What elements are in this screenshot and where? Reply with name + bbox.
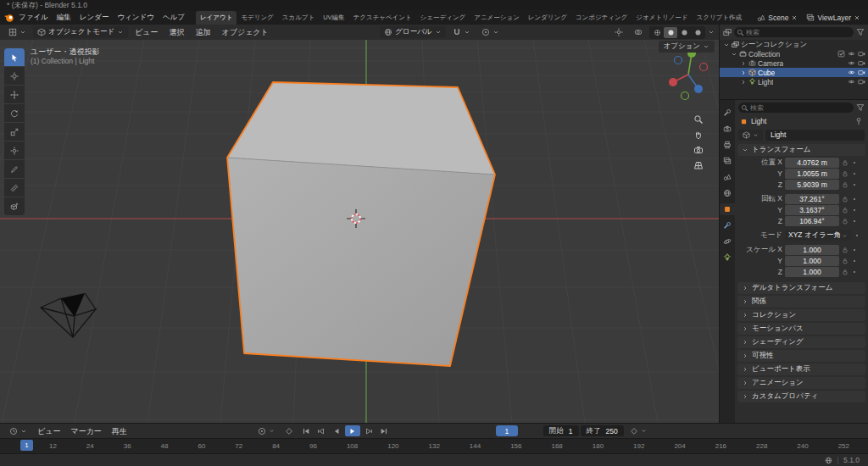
camera-object[interactable] [41,293,96,337]
section-collections[interactable]: コレクション [737,309,865,321]
chevron-right-icon[interactable] [740,60,747,67]
cube-object[interactable] [227,82,495,366]
lock-icon[interactable] [842,170,849,177]
tool-scale[interactable] [4,123,25,141]
tool-rotate[interactable] [4,104,25,122]
camera-view-icon[interactable] [695,147,703,153]
rotation-z-field[interactable]: 106.94° [785,216,839,226]
pin-icon[interactable] [854,117,863,125]
scale-y-field[interactable]: 1.000 [785,256,839,266]
scene-selector[interactable]: Scene [753,12,802,24]
play-reverse-button[interactable] [330,425,343,436]
workspace-tab-shading[interactable]: シェーディング [416,11,470,25]
shading-solid-button[interactable] [664,27,677,38]
show-gizmo-toggle[interactable] [610,26,627,38]
lock-icon[interactable] [842,159,849,166]
transform-orientation-dropdown[interactable]: グローバル [380,26,445,38]
options-dropdown[interactable]: オプション [659,41,715,53]
keyframe-filter-button[interactable] [626,425,651,437]
section-custom-properties[interactable]: カスタムプロパティ [737,391,865,402]
editor-type-button[interactable] [4,26,31,38]
properties-search-input[interactable] [738,103,854,113]
menu-window[interactable]: ウィンドウ [113,10,159,25]
shading-rendered-button[interactable] [691,27,704,38]
render-camera-icon[interactable] [858,69,865,76]
show-overlays-toggle[interactable] [630,26,647,38]
lock-icon[interactable] [842,247,849,253]
properties-tab-object-data[interactable] [720,252,735,264]
id-type-dropdown[interactable] [738,130,763,141]
chevron-right-icon[interactable] [740,69,747,76]
workspace-tab-scripting[interactable]: スクリプト作成 [693,11,746,25]
scene-unlink-icon[interactable] [791,14,798,21]
chevron-down-icon[interactable] [723,42,730,48]
menu-select[interactable]: 選択 [165,25,189,40]
eye-icon[interactable] [848,50,855,58]
rotation-x-field[interactable]: 37.261° [785,194,839,204]
properties-tab-world[interactable] [720,187,735,199]
proportional-editing-toggle[interactable] [477,26,504,38]
pan-hand-icon[interactable] [697,132,701,139]
animate-dot-icon[interactable] [851,247,858,253]
current-frame-field[interactable]: 1 [496,425,518,436]
section-delta-transform[interactable]: デルタトランスフォーム [737,282,865,294]
filter-icon[interactable] [856,28,865,36]
render-camera-icon[interactable] [858,50,865,58]
location-y-field[interactable]: 1.0055 m [785,169,839,179]
viewport-canvas[interactable] [0,40,719,423]
section-visibility[interactable]: 可視性 [737,350,865,362]
chevron-right-icon[interactable] [740,79,747,86]
animate-dot-icon[interactable] [851,170,858,177]
menu-render[interactable]: レンダー [75,10,114,25]
animate-dot-icon[interactable] [851,269,858,275]
eye-icon[interactable] [848,78,855,86]
tool-move[interactable] [4,86,25,103]
location-z-field[interactable]: 5.9039 m [785,180,839,190]
jump-to-end-button[interactable] [377,425,391,436]
frame-start-field[interactable]: 開始 1 [543,425,579,436]
animate-dot-icon[interactable] [854,232,860,239]
outliner-row-collection[interactable]: Collection [720,49,868,58]
animate-dot-icon[interactable] [851,207,858,214]
blender-logo-icon[interactable] [3,12,14,23]
outliner-row-light[interactable]: Light [720,77,868,86]
workspace-tab-uv[interactable]: UV編集 [319,11,348,25]
shading-material-button[interactable] [677,27,691,38]
scale-x-field[interactable]: 1.000 [785,245,839,255]
viewport-3d[interactable]: ユーザー・透視投影 (1) Collection | Light オプション [0,40,719,423]
location-x-field[interactable]: 4.0762 m [785,158,839,168]
menu-view[interactable]: ビュー [131,25,162,40]
workspace-tab-layout[interactable]: レイアウト [196,11,236,25]
animate-dot-icon[interactable] [851,196,858,202]
properties-tab-scene[interactable] [720,171,735,183]
workspace-tab-rendering[interactable]: レンダリング [524,11,571,25]
workspace-tab-sculpting[interactable]: スカルプト [278,11,319,25]
shading-wireframe-button[interactable] [650,27,664,38]
menu-add[interactable]: 追加 [192,25,215,40]
zoom-icon[interactable] [695,116,703,124]
display-mode-icon[interactable] [723,28,732,36]
outliner-search-input[interactable] [734,27,854,37]
properties-tab-object[interactable] [720,203,735,215]
scale-z-field[interactable]: 1.000 [785,267,839,277]
properties-tab-view-layer[interactable] [720,155,735,167]
workspace-tab-texture-paint[interactable]: テクスチャペイント [349,11,416,25]
tool-annotate[interactable] [4,160,25,178]
section-transform[interactable]: トランスフォーム [737,144,865,156]
animate-dot-icon[interactable] [851,218,858,225]
object-name-field[interactable]: Light [765,130,865,141]
timeline-ruler[interactable]: 12 24 36 48 60 72 84 96 108 120 132 144 … [0,438,868,453]
outliner-row-cube[interactable]: Cube [720,68,868,77]
viewlayer-selector[interactable]: ViewLayer [802,12,865,24]
menu-object[interactable]: オブジェクト [218,25,273,40]
properties-tab-constraints[interactable] [720,219,735,231]
auto-keying-toggle[interactable] [281,425,298,437]
lock-icon[interactable] [842,269,849,275]
tool-cursor[interactable] [4,67,25,85]
eye-icon[interactable] [848,69,855,76]
perspective-toggle-icon[interactable] [695,163,703,169]
snap-toggle[interactable] [448,26,475,38]
filter-icon[interactable] [856,103,865,112]
animate-dot-icon[interactable] [851,181,858,188]
rotation-mode-dropdown[interactable]: XYZ オイラー角 [785,230,851,241]
